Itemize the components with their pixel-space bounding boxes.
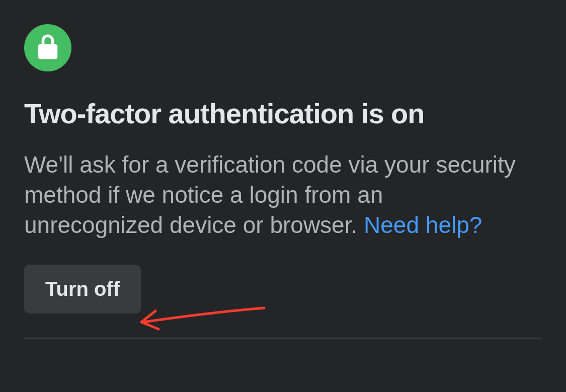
turn-off-button[interactable]: Turn off: [24, 265, 141, 313]
section-divider: [24, 338, 542, 339]
two-factor-title: Two-factor authentication is on: [24, 98, 542, 130]
lock-badge: [24, 24, 71, 71]
two-factor-description: We'll ask for a verification code via yo…: [24, 150, 527, 240]
need-help-link[interactable]: Need help?: [364, 212, 482, 238]
lock-icon: [37, 34, 58, 61]
two-factor-panel: Two-factor authentication is on We'll as…: [0, 0, 566, 339]
